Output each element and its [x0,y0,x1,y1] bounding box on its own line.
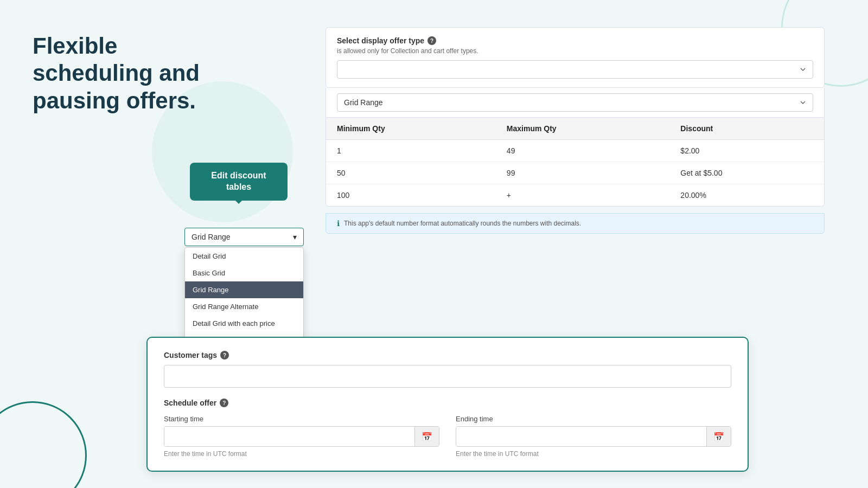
offer-type-section: Select display offer type ? is allowed o… [326,27,825,88]
ending-time-label: Ending time [456,415,731,423]
min-qty-3: 100 [326,184,496,207]
starting-time-field: Starting time 📅 Enter the time in UTC fo… [164,415,439,458]
ending-time-input-wrap: 📅 [456,426,731,447]
customer-tags-input[interactable] [164,365,731,388]
offer-type-label: Select display offer type ? [337,36,813,45]
heading-section: Flexible scheduling and pausing offers. [33,33,239,114]
grid-type-trigger[interactable]: Grid Range ▾ [184,228,304,246]
dropdown-item-grid-range[interactable]: Grid Range [185,281,303,298]
max-qty-3: + [496,184,670,207]
dropdown-item-grid-range-alternate[interactable]: Grid Range Alternate [185,298,303,315]
col-header-max-qty: Maximum Qty [496,118,670,140]
schedule-help-icon[interactable]: ? [220,399,228,407]
customer-tags-help-icon[interactable]: ? [220,351,229,359]
discount-2: Get at $5.00 [669,162,824,184]
dropdown-trigger-area: Edit discount tables Grid Range ▾ Detail… [184,228,304,349]
bottom-card: Customer tags ? Schedule offer ? Startin… [146,337,749,472]
ending-time-hint: Enter the time in UTC format [456,450,731,458]
table-row: 100 + 20.00% [326,184,824,207]
info-note: ℹ This app's default number format autom… [326,213,825,234]
starting-time-input-wrap: 📅 [164,426,439,447]
decorative-circle-bottom-left [0,401,87,488]
main-heading: Flexible scheduling and pausing offers. [33,33,239,114]
discount-3: 20.00% [669,184,824,207]
starting-time-label: Starting time [164,415,439,423]
edit-discount-tooltip: Edit discount tables [190,163,288,201]
col-header-min-qty: Minimum Qty [326,118,496,140]
min-qty-1: 1 [326,140,496,162]
customer-tags-label: Customer tags ? [164,351,731,359]
dropdown-item-detail-grid[interactable]: Detail Grid [185,248,303,265]
starting-time-hint: Enter the time in UTC format [164,450,439,458]
info-icon: ℹ [337,219,340,228]
table-row: 50 99 Get at $5.00 [326,162,824,184]
discount-table-section: Minimum Qty Maximum Qty Discount 1 49 $2… [326,118,825,207]
ending-time-input[interactable] [456,427,706,446]
starting-time-calendar-button[interactable]: 📅 [414,427,439,446]
ending-time-calendar-button[interactable]: 📅 [706,427,731,446]
table-row: 1 49 $2.00 [326,140,824,162]
col-header-discount: Discount [669,118,824,140]
time-row: Starting time 📅 Enter the time in UTC fo… [164,415,731,458]
min-qty-2: 50 [326,162,496,184]
dropdown-item-detail-grid-each-price[interactable]: Detail Grid with each price [185,315,303,332]
max-qty-2: 99 [496,162,670,184]
grid-type-select[interactable]: Grid Range [337,93,813,112]
ending-time-field: Ending time 📅 Enter the time in UTC form… [456,415,731,458]
schedule-label: Schedule offer ? [164,399,731,407]
offer-type-help-icon[interactable]: ? [427,36,436,45]
grid-type-dropdown[interactable]: Detail Grid Basic Grid Grid Range Grid R… [184,247,304,349]
max-qty-1: 49 [496,140,670,162]
discount-1: $2.00 [669,140,824,162]
offer-type-note: is allowed only for Collection and cart … [337,47,813,55]
chevron-down-icon: ▾ [293,233,297,241]
main-content-area: Select display offer type ? is allowed o… [326,27,825,234]
grid-type-section: Grid Range [326,88,825,118]
discount-table: Minimum Qty Maximum Qty Discount 1 49 $2… [326,118,824,206]
dropdown-item-basic-grid[interactable]: Basic Grid [185,265,303,281]
offer-type-select[interactable] [337,60,813,79]
starting-time-input[interactable] [164,427,414,446]
